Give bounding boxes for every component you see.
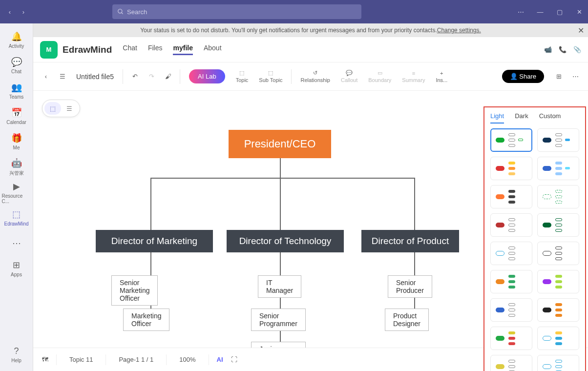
search-placeholder: Search bbox=[127, 8, 147, 16]
theme-10[interactable] bbox=[537, 242, 579, 265]
relationship-button[interactable]: ↺Relationship bbox=[296, 70, 334, 83]
boundary-icon: ▭ bbox=[378, 70, 382, 76]
theme-7[interactable] bbox=[490, 213, 532, 237]
theme-8[interactable] bbox=[537, 213, 579, 237]
node-director-technology[interactable]: Director of Technology bbox=[227, 230, 344, 252]
banner-close-icon[interactable]: ✕ bbox=[578, 26, 584, 35]
back-icon[interactable]: ‹ bbox=[39, 70, 53, 83]
theme-12[interactable] bbox=[537, 270, 579, 293]
theme-9[interactable] bbox=[490, 242, 532, 265]
back-button[interactable]: ‹ bbox=[4, 6, 16, 18]
theme-1[interactable] bbox=[490, 128, 532, 152]
theme-17[interactable] bbox=[490, 355, 532, 371]
nav-edrawmind[interactable]: ⬚EdrawMind bbox=[2, 205, 31, 230]
topic-button[interactable]: ⬚Topic bbox=[232, 70, 252, 83]
toolbar: ‹ ☰ Untitled file5 ↶ ↷ 🖌 AI Lab ⬚Topic ⬚… bbox=[33, 62, 588, 91]
theme-6[interactable] bbox=[537, 185, 579, 208]
left-nav: 🔔Activity 💬Chat 👥Teams 📅Calendar 🎁Me 🤖兴管… bbox=[0, 23, 33, 371]
tab-chat[interactable]: Chat bbox=[123, 44, 137, 55]
ai-lab-button[interactable]: AI Lab bbox=[189, 69, 225, 83]
toolbar-more-icon[interactable]: ⋯ bbox=[568, 70, 582, 83]
filename[interactable]: Untitled file5 bbox=[76, 73, 114, 81]
theme-tab-light[interactable]: Light bbox=[490, 112, 504, 124]
theme-3[interactable] bbox=[490, 157, 532, 180]
boundary-button[interactable]: ▭Boundary bbox=[364, 70, 395, 83]
subtopic-button[interactable]: ⬚Sub Topic bbox=[255, 70, 286, 83]
node-snr-programmer[interactable]: Senior Programmer bbox=[251, 309, 306, 331]
app-title: EdrawMind bbox=[63, 44, 112, 55]
theme-2[interactable] bbox=[537, 128, 579, 152]
theme-grid bbox=[490, 128, 579, 371]
theme-5[interactable] bbox=[490, 185, 532, 208]
summary-icon: ≡ bbox=[412, 70, 415, 76]
callout-button[interactable]: 💬Callout bbox=[337, 70, 361, 83]
maximize-button[interactable]: ▢ bbox=[555, 7, 565, 17]
nav-me[interactable]: 🎁Me bbox=[2, 129, 31, 154]
theme-popup: Light Dark Custom bbox=[483, 106, 586, 371]
attach-icon[interactable]: 📎 bbox=[573, 46, 581, 53]
theme-16[interactable] bbox=[537, 327, 579, 350]
insert-button[interactable]: +Ins... bbox=[432, 70, 451, 83]
node-director-product[interactable]: Director of Product bbox=[361, 230, 459, 252]
node-marketing-officer[interactable]: Marketing Officer bbox=[123, 309, 169, 331]
minimize-button[interactable]: — bbox=[535, 7, 545, 17]
theme-tab-custom[interactable]: Custom bbox=[539, 112, 561, 124]
nav-more[interactable]: ⋯ bbox=[2, 230, 31, 256]
svg-line-1 bbox=[122, 13, 123, 14]
app-logo-icon: M bbox=[40, 41, 58, 59]
undo-icon[interactable]: ↶ bbox=[128, 70, 142, 83]
redo-icon[interactable]: ↷ bbox=[145, 70, 158, 83]
nav-help[interactable]: ?Help bbox=[2, 342, 31, 367]
mindmap-view-button[interactable]: ⬚ bbox=[44, 102, 61, 115]
help-icon: ? bbox=[11, 346, 22, 356]
node-product-designer[interactable]: Product Designer bbox=[385, 309, 429, 331]
theme-15[interactable] bbox=[490, 327, 532, 350]
node-it-manager[interactable]: IT Manager bbox=[258, 275, 301, 298]
nav-resource[interactable]: ▶Resource C... bbox=[2, 180, 31, 205]
tab-myfile[interactable]: myfile bbox=[173, 44, 192, 55]
nav-chat[interactable]: 💬Chat bbox=[2, 53, 31, 78]
relationship-icon: ↺ bbox=[313, 70, 317, 76]
theme-tab-dark[interactable]: Dark bbox=[515, 112, 528, 124]
format-painter-icon[interactable]: 🖌 bbox=[161, 70, 175, 83]
theme-13[interactable] bbox=[490, 298, 532, 322]
search-input[interactable]: Search bbox=[112, 4, 361, 19]
share-button[interactable]: Share bbox=[502, 70, 544, 83]
theme-11[interactable] bbox=[490, 270, 532, 293]
theme-18[interactable] bbox=[537, 355, 579, 371]
map-icon[interactable]: 🗺 bbox=[42, 356, 48, 363]
ai-icon[interactable]: AI bbox=[217, 356, 223, 363]
nav-teams[interactable]: 👥Teams bbox=[2, 78, 31, 103]
node-ceo[interactable]: President/CEO bbox=[229, 130, 331, 158]
outline-view-button[interactable]: ☰ bbox=[61, 102, 78, 115]
close-button[interactable]: ✕ bbox=[574, 7, 584, 17]
fullscreen-icon[interactable]: ⛶ bbox=[231, 356, 237, 363]
change-settings-link[interactable]: Change settings. bbox=[437, 27, 481, 34]
node-snr-producer[interactable]: Senior Producer bbox=[388, 275, 432, 298]
node-snr-marketing[interactable]: Senior Marketing Officer bbox=[111, 275, 158, 306]
node-director-marketing[interactable]: Director of Marketing bbox=[96, 230, 213, 252]
apps-icon: ⊞ bbox=[11, 260, 22, 270]
robot-icon: 🤖 bbox=[11, 158, 22, 168]
phone-icon[interactable]: 📞 bbox=[559, 46, 567, 53]
tab-about[interactable]: About bbox=[204, 44, 222, 55]
nav-apps[interactable]: ⊞Apps bbox=[2, 256, 31, 281]
play-icon: ▶ bbox=[11, 181, 22, 192]
zoom-level[interactable]: 100% bbox=[174, 354, 200, 365]
grid-icon[interactable]: ⊞ bbox=[552, 70, 566, 83]
theme-4[interactable] bbox=[537, 157, 579, 180]
teams-icon: 👥 bbox=[11, 82, 22, 93]
more-icon: ⋯ bbox=[11, 238, 22, 248]
video-icon[interactable]: 📹 bbox=[544, 46, 552, 53]
gift-icon: 🎁 bbox=[11, 133, 22, 144]
nav-calendar[interactable]: 📅Calendar bbox=[2, 103, 31, 129]
nav-activity[interactable]: 🔔Activity bbox=[2, 27, 31, 53]
theme-14[interactable] bbox=[537, 298, 579, 322]
tab-files[interactable]: Files bbox=[148, 44, 163, 55]
nav-xingguanjia[interactable]: 🤖兴管家 bbox=[2, 154, 31, 180]
status-banner: Your status is set to do not disturb. Yo… bbox=[33, 23, 588, 37]
more-button[interactable]: ⋯ bbox=[516, 7, 525, 17]
menu-icon[interactable]: ☰ bbox=[56, 70, 69, 83]
forward-button[interactable]: › bbox=[18, 6, 29, 18]
summary-button[interactable]: ≡Summary bbox=[398, 70, 429, 83]
